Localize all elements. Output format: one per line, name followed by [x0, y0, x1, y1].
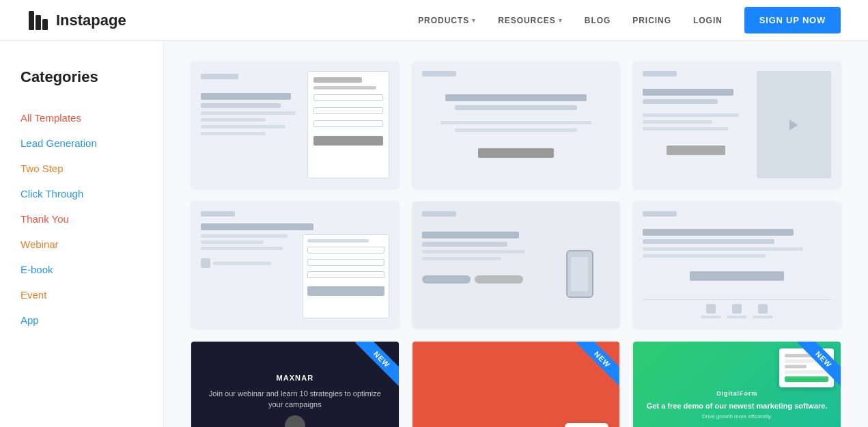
template-card[interactable]: STRAVENT THE BEST MARKETING CONFERENCE F…	[412, 342, 620, 427]
sidebar-item-twostep[interactable]: Two Step	[20, 156, 143, 181]
chevron-down-icon: ▾	[472, 17, 476, 24]
sidebar-title: Categories	[20, 68, 143, 86]
new-badge: NEW	[565, 342, 619, 396]
svg-rect-2	[42, 19, 48, 30]
template-card[interactable]	[633, 202, 841, 328]
template-card[interactable]	[191, 61, 399, 188]
card-preview	[412, 61, 620, 188]
new-badge: NEW	[786, 342, 841, 396]
chevron-down-icon: ▾	[559, 17, 563, 24]
header: Instapage PRODUCTS ▾ RESOURCES ▾ BLOG PR…	[0, 0, 868, 41]
webinar-brand: MAXNAR	[276, 374, 313, 382]
card-preview	[633, 61, 841, 188]
price-badge: Full Access $499	[565, 423, 608, 427]
nav-pricing[interactable]: PRICING	[632, 16, 671, 25]
logo[interactable]: Instapage	[27, 10, 126, 31]
card-preview	[633, 202, 841, 328]
logo-icon	[27, 10, 49, 31]
template-card[interactable]	[412, 202, 620, 328]
sidebar-item-ebook[interactable]: E-book	[20, 257, 143, 282]
software-brand: DigitalForm	[716, 390, 757, 397]
sidebar-item-lead[interactable]: Lead Generation	[20, 130, 143, 156]
nav-blog[interactable]: BLOG	[585, 16, 611, 25]
nav-resources[interactable]: RESOURCES ▾	[498, 16, 563, 25]
main-content: MAXNAR Join our webinar and learn 10 str…	[164, 41, 868, 427]
nav-login[interactable]: LOGIN	[693, 16, 723, 25]
new-badge: NEW	[344, 342, 399, 396]
sidebar-item-app[interactable]: App	[20, 307, 143, 333]
page-body: Categories All Templates Lead Generation…	[0, 41, 868, 427]
card-preview	[191, 202, 399, 328]
signup-button[interactable]: SIGN UP NOW	[744, 7, 841, 33]
sidebar-item-event[interactable]: Event	[20, 282, 143, 307]
speaker-avatar	[285, 415, 305, 427]
software-headline: Get a free demo of our newest marketing …	[647, 401, 828, 411]
nav-products[interactable]: PRODUCTS ▾	[418, 16, 476, 25]
sidebar-item-webinar[interactable]: Webinar	[20, 232, 143, 257]
svg-rect-0	[29, 11, 34, 30]
logo-text: Instapage	[56, 12, 126, 29]
svg-rect-1	[36, 15, 41, 30]
category-list: All Templates Lead Generation Two Step C…	[20, 105, 143, 333]
template-card[interactable]	[633, 61, 841, 188]
software-sub: Drive growth more efficiently.	[702, 413, 772, 419]
card-preview	[412, 202, 620, 328]
template-card[interactable]	[191, 202, 399, 328]
template-card[interactable]: MAXNAR Join our webinar and learn 10 str…	[191, 342, 399, 427]
template-card[interactable]: DigitalForm Get a free demo of our newes…	[633, 342, 841, 427]
sidebar-item-all[interactable]: All Templates	[20, 105, 143, 130]
sidebar-item-click[interactable]: Click Through	[20, 181, 143, 206]
sidebar: Categories All Templates Lead Generation…	[0, 41, 164, 427]
template-grid: MAXNAR Join our webinar and learn 10 str…	[191, 61, 841, 427]
card-preview	[191, 61, 399, 188]
template-card[interactable]	[412, 61, 620, 188]
main-nav: PRODUCTS ▾ RESOURCES ▾ BLOG PRICING LOGI…	[418, 7, 841, 33]
sidebar-item-thankyou[interactable]: Thank You	[20, 206, 143, 232]
